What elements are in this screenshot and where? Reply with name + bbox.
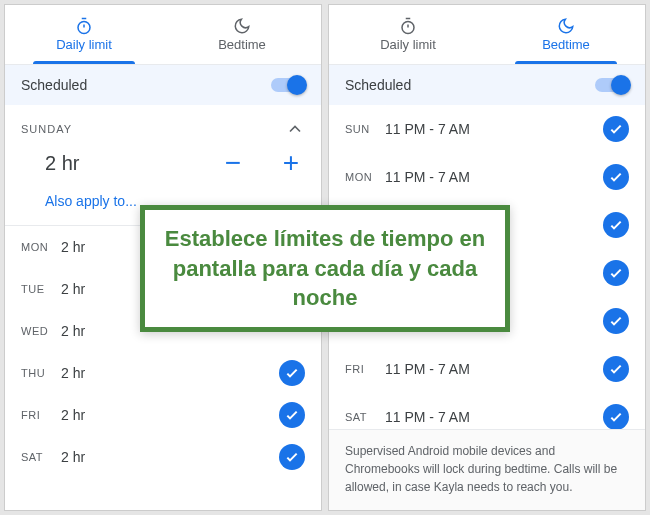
day-row[interactable]: SUN11 PM - 7 AM (329, 105, 645, 153)
tab-daily-limit[interactable]: Daily limit (329, 5, 487, 64)
scheduled-label: Scheduled (345, 77, 411, 93)
check-badge[interactable] (603, 164, 629, 190)
stopwatch-icon (399, 17, 417, 35)
stopwatch-icon (75, 17, 93, 35)
check-badge[interactable] (279, 402, 305, 428)
scheduled-row: Scheduled (329, 65, 645, 105)
day-abbr: FRI (21, 409, 61, 421)
day-abbr: FRI (345, 363, 385, 375)
day-abbr: MON (345, 171, 385, 183)
day-value: 11 PM - 7 AM (385, 121, 603, 137)
tab-label: Bedtime (542, 37, 590, 52)
tab-bedtime[interactable]: Bedtime (163, 5, 321, 64)
check-badge[interactable] (603, 260, 629, 286)
day-value: 11 PM - 7 AM (385, 409, 603, 425)
moon-icon (557, 17, 575, 35)
day-value: 11 PM - 7 AM (385, 361, 603, 377)
day-row[interactable]: SAT11 PM - 7 AM (329, 393, 645, 429)
day-abbr: WED (21, 325, 61, 337)
day-abbr: SAT (345, 411, 385, 423)
check-badge[interactable] (603, 116, 629, 142)
hours-row: 2 hr − + (45, 149, 305, 177)
day-value: 2 hr (61, 449, 279, 465)
moon-icon (233, 17, 251, 35)
check-badge[interactable] (603, 404, 629, 429)
tab-bar: Daily limit Bedtime (5, 5, 321, 65)
day-abbr: TUE (21, 283, 61, 295)
check-badge[interactable] (279, 360, 305, 386)
day-row[interactable]: FRI11 PM - 7 AM (329, 345, 645, 393)
day-value: 2 hr (61, 365, 279, 381)
tab-label: Daily limit (56, 37, 112, 52)
check-badge[interactable] (603, 356, 629, 382)
tab-label: Bedtime (218, 37, 266, 52)
day-row[interactable]: FRI2 hr (5, 394, 321, 436)
day-abbr: SUN (345, 123, 385, 135)
scheduled-toggle[interactable] (595, 78, 629, 92)
day-abbr: MON (21, 241, 61, 253)
scheduled-row: Scheduled (5, 65, 321, 105)
expanded-day-header[interactable]: SUNDAY (5, 105, 321, 145)
day-abbr: SAT (21, 451, 61, 463)
increase-button[interactable]: + (277, 149, 305, 177)
annotation-callout: Establece límites de tiempo en pantalla … (140, 205, 510, 332)
day-row[interactable]: MON11 PM - 7 AM (329, 153, 645, 201)
day-value: 11 PM - 7 AM (385, 169, 603, 185)
day-value: 2 hr (61, 407, 279, 423)
footer-note: Supervised Android mobile devices and Ch… (329, 429, 645, 510)
check-badge[interactable] (603, 308, 629, 334)
scheduled-toggle[interactable] (271, 78, 305, 92)
decrease-button[interactable]: − (219, 149, 247, 177)
day-abbr: THU (21, 367, 61, 379)
expanded-day-name: SUNDAY (21, 123, 72, 135)
tab-bedtime[interactable]: Bedtime (487, 5, 645, 64)
chevron-up-icon (285, 119, 305, 139)
check-badge[interactable] (603, 212, 629, 238)
check-badge[interactable] (279, 444, 305, 470)
day-row[interactable]: SAT2 hr (5, 436, 321, 478)
tab-daily-limit[interactable]: Daily limit (5, 5, 163, 64)
tab-bar: Daily limit Bedtime (329, 5, 645, 65)
day-row[interactable]: THU2 hr (5, 352, 321, 394)
scheduled-label: Scheduled (21, 77, 87, 93)
hours-value: 2 hr (45, 152, 79, 175)
tab-label: Daily limit (380, 37, 436, 52)
